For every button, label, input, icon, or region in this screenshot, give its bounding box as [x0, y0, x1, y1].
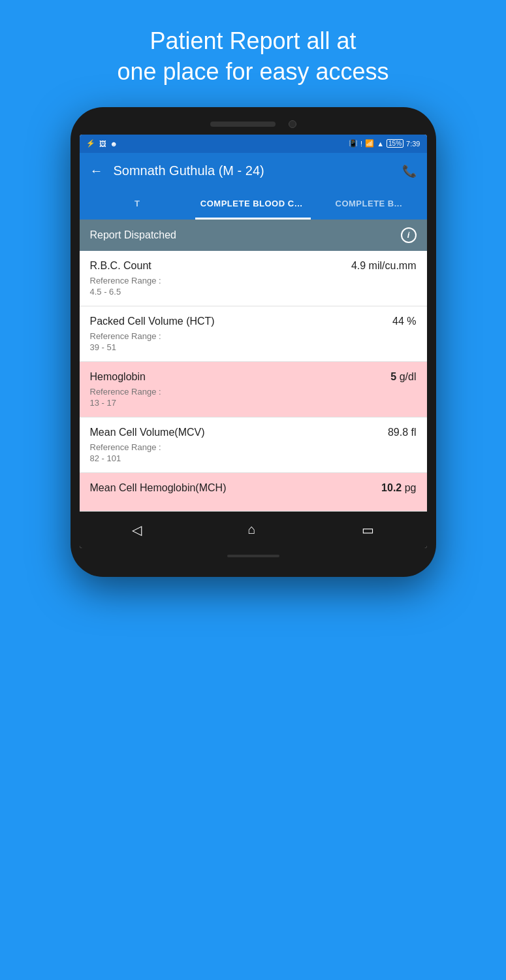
status-bar: ⚡ 🖼 ☻ 📳 ! 📶 ▲ 15% 7:39 [80, 135, 427, 153]
nav-bar: ◁ ⌂ ▭ [80, 512, 427, 548]
ref-label-hct: Reference Range : [90, 331, 417, 341]
test-row-hct: Packed Cell Volume (HCT) 44 % Reference … [80, 306, 427, 362]
nav-home-icon[interactable]: ⌂ [247, 522, 255, 537]
app-bar: ← Somnath Guthula (M - 24) 📞 [80, 153, 427, 189]
vibrate-icon: 📳 [349, 139, 358, 148]
tabs-bar: T COMPLETE BLOOD COUNT COMPLETE B... [80, 189, 427, 220]
test-row-mch: Mean Cell Hemoglobin(MCH) 10.2 pg [80, 473, 427, 512]
test-value-hgb-bold: 5 [390, 371, 396, 382]
test-value-mch: 10.2 pg [381, 482, 416, 494]
status-right-icons: 📳 ! 📶 ▲ 15% 7:39 [349, 139, 420, 148]
wifi-icon: 📶 [365, 139, 374, 148]
test-row-mcv: Mean Cell Volume(MCV) 89.8 fl Reference … [80, 417, 427, 473]
report-status-label: Report Dispatched [90, 229, 177, 241]
test-row-rbc-header: R.B.C. Count 4.9 mil/cu.mm [90, 260, 417, 272]
ref-range-hct: 39 - 51 [90, 342, 417, 352]
info-button[interactable]: i [401, 227, 417, 243]
ref-range-hgb: 13 - 17 [90, 398, 417, 408]
ref-range-mcv: 82 - 101 [90, 453, 417, 463]
tab-complete-blood-count[interactable]: COMPLETE BLOOD COUNT [195, 189, 311, 220]
test-name-rbc: R.B.C. Count [90, 260, 151, 272]
test-name-mcv: Mean Cell Volume(MCV) [90, 427, 205, 438]
call-button[interactable]: 📞 [402, 164, 417, 178]
test-row-hgb-header: Hemoglobin 5 g/dl [90, 371, 417, 383]
test-row-rbc: R.B.C. Count 4.9 mil/cu.mm Reference Ran… [80, 251, 427, 306]
test-value-mch-bold: 10.2 [381, 482, 402, 493]
test-name-hgb: Hemoglobin [90, 371, 146, 383]
battery-icon: 15% [387, 139, 403, 148]
test-value-mcv: 89.8 fl [388, 427, 417, 438]
test-row-hemoglobin: Hemoglobin 5 g/dl Reference Range : 13 -… [80, 362, 427, 417]
phone-screen: ⚡ 🖼 ☻ 📳 ! 📶 ▲ 15% 7:39 ← Somnath Guthula… [80, 135, 427, 548]
front-camera [289, 120, 296, 128]
nav-back-icon[interactable]: ◁ [132, 522, 142, 538]
status-left-icons: ⚡ 🖼 ☻ [86, 139, 118, 148]
ref-label-mcv: Reference Range : [90, 442, 417, 452]
tab-complete-b[interactable]: COMPLETE B... [311, 189, 426, 220]
signal-icon: ▲ [377, 140, 384, 148]
ref-label-rbc: Reference Range : [90, 276, 417, 286]
test-value-hgb-unit: g/dl [396, 371, 416, 382]
phone-top-bar [80, 120, 427, 128]
image-icon: 🖼 [99, 140, 106, 148]
test-row-mch-header: Mean Cell Hemoglobin(MCH) 10.2 pg [90, 482, 417, 494]
phone-device: ⚡ 🖼 ☻ 📳 ! 📶 ▲ 15% 7:39 ← Somnath Guthula… [71, 107, 436, 577]
usb-icon: ⚡ [86, 139, 95, 148]
headline-line1: Patient Report all at [150, 27, 356, 54]
test-value-mch-unit: pg [402, 482, 416, 493]
test-value-rbc: 4.9 mil/cu.mm [351, 260, 417, 272]
android-icon: ☻ [110, 140, 118, 148]
back-button[interactable]: ← [90, 163, 103, 178]
nav-recents-icon[interactable]: ▭ [362, 522, 374, 538]
speaker-grille [210, 122, 276, 127]
phone-bottom-bar [80, 555, 427, 557]
headline: Patient Report all at one place for easy… [78, 0, 428, 107]
patient-name-title: Somnath Guthula (M - 24) [114, 163, 392, 178]
ref-label-hgb: Reference Range : [90, 387, 417, 397]
test-name-mch: Mean Cell Hemoglobin(MCH) [90, 482, 227, 494]
ref-range-rbc: 4.5 - 6.5 [90, 287, 417, 297]
test-row-hct-header: Packed Cell Volume (HCT) 44 % [90, 316, 417, 327]
test-value-hct: 44 % [392, 316, 416, 327]
report-status-bar: Report Dispatched i [80, 220, 427, 251]
time-display: 7:39 [406, 140, 420, 148]
test-value-hgb: 5 g/dl [390, 371, 416, 383]
tab-t[interactable]: T [80, 189, 195, 220]
headline-line2: one place for easy access [117, 58, 388, 85]
test-name-hct: Packed Cell Volume (HCT) [90, 316, 215, 327]
notification-icon: ! [360, 140, 362, 148]
bottom-bar-line [227, 555, 279, 557]
test-row-mcv-header: Mean Cell Volume(MCV) 89.8 fl [90, 427, 417, 438]
